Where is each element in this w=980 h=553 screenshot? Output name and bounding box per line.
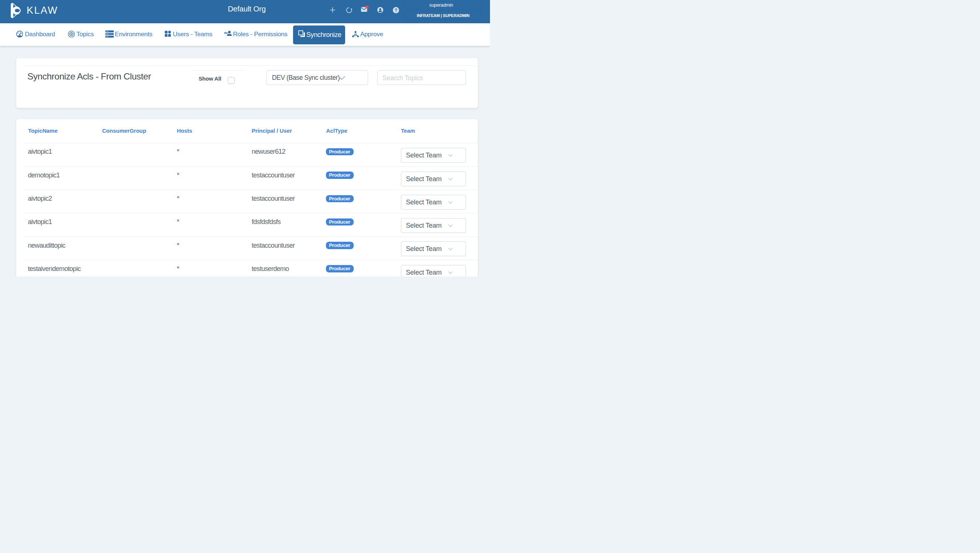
svg-text:?: ? (395, 7, 398, 13)
